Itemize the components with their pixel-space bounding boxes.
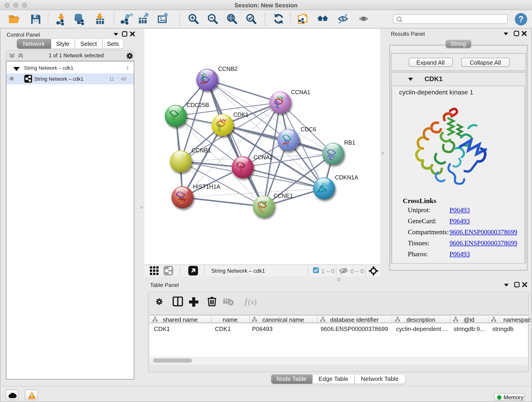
svg-text:f: f	[244, 297, 248, 306]
svg-text:?: ?	[519, 14, 524, 24]
svg-text:CCNA2: CCNA2	[253, 154, 273, 160]
svg-text:RB1: RB1	[344, 139, 355, 146]
svg-text:CDK1: CDK1	[233, 111, 249, 118]
svg-text:HIST1H1A: HIST1H1A	[193, 183, 220, 190]
svg-text:CDC25B: CDC25B	[186, 102, 209, 108]
svg-text:CDC6: CDC6	[301, 126, 316, 132]
svg-text:CCNA1: CCNA1	[291, 89, 310, 95]
svg-text:(x): (x)	[248, 298, 256, 306]
svg-text:CCNB2: CCNB2	[218, 65, 238, 72]
svg-text:CCNE1: CCNE1	[273, 192, 293, 199]
svg-text:CDKN1A: CDKN1A	[335, 174, 358, 180]
svg-text:CCNB1: CCNB1	[191, 147, 211, 153]
